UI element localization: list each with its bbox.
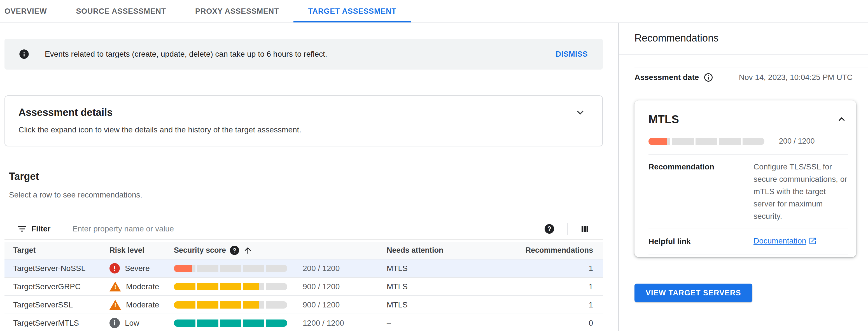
banner-message: Events related to targets (create, updat…	[45, 50, 327, 59]
needs-attention-value: MTLS	[387, 282, 512, 291]
column-header-needs-attention[interactable]: Needs attention	[387, 246, 512, 255]
documentation-link-text: Documentation	[753, 236, 806, 247]
security-score-bar	[174, 265, 287, 272]
column-header-target[interactable]: Target	[13, 246, 110, 255]
table-row[interactable]: TargetServerMTLS i Low 1200 / 1200 – 0	[4, 313, 603, 331]
mtls-score-value: 200 / 1200	[779, 137, 815, 145]
info-banner: Events related to targets (create, updat…	[4, 39, 603, 70]
risk-label: Moderate	[126, 300, 159, 309]
assessment-tabbar: OVERVIEW SOURCE ASSESSMENT PROXY ASSESSM…	[0, 0, 868, 23]
assessment-date-label: Assessment date	[634, 72, 713, 82]
target-section-subtitle: Select a row to see recommendations.	[9, 191, 603, 199]
tab-target-assessment[interactable]: TARGET ASSESSMENT	[293, 0, 411, 23]
expand-details-button[interactable]	[574, 106, 587, 119]
security-score-bar	[174, 320, 287, 327]
filter-divider	[4, 239, 603, 240]
table-row[interactable]: TargetServer-NoSSL ! Severe 200 / 1200 M…	[4, 259, 603, 277]
view-target-servers-button[interactable]: VIEW TARGET SERVERS	[634, 284, 752, 302]
target-name: TargetServer-NoSSL	[13, 264, 110, 273]
risk-label: Moderate	[126, 282, 159, 291]
mtls-recommendation-card: MTLS 200 / 1200 Recommendation Configure…	[634, 101, 856, 257]
recommendation-row: Recommendation Configure TLS/SSL for sec…	[649, 154, 848, 229]
assessment-details-card: Assessment details Click the expand icon…	[4, 95, 603, 146]
target-assessment-main: Events related to targets (create, updat…	[0, 23, 618, 331]
assessment-date-text: Assessment date	[634, 73, 699, 82]
target-name: TargetServerSSL	[13, 300, 110, 309]
column-settings-button[interactable]	[580, 224, 590, 234]
security-score-value: 900 / 1200	[303, 300, 340, 309]
risk-icon: !	[110, 282, 121, 292]
column-header-security-score[interactable]: Security score ?	[174, 246, 387, 255]
table-row[interactable]: TargetServerGRPC ! Moderate 900 / 1200 M…	[4, 277, 603, 295]
risk-icon: !	[110, 263, 120, 274]
mtls-card-title: MTLS	[649, 112, 679, 126]
helpful-link-label: Helpful link	[649, 236, 753, 248]
needs-attention-value: –	[387, 319, 512, 328]
info-outline-icon[interactable]	[703, 72, 713, 82]
filter-separator	[567, 223, 567, 235]
recommendations-title: Recommendations	[634, 32, 852, 44]
recommendations-count: 0	[512, 319, 593, 328]
security-score-bar	[174, 301, 287, 308]
risk-label: Low	[125, 319, 139, 328]
security-score-value: 200 / 1200	[303, 264, 340, 273]
security-score-value: 900 / 1200	[303, 282, 340, 291]
recommendation-text: Configure TLS/SSL for secure communicati…	[753, 161, 848, 222]
tab-proxy-assessment[interactable]: PROXY ASSESSMENT	[181, 0, 293, 23]
recommendations-title-divider	[619, 54, 868, 55]
recommendations-count: 1	[512, 282, 593, 291]
risk-icon: i	[110, 318, 120, 328]
dismiss-button[interactable]: DISMISS	[556, 50, 588, 59]
assessment-date-row: Assessment date Nov 14, 2023, 10:04:25 P…	[634, 67, 868, 87]
assessment-date-value: Nov 14, 2023, 10:04:25 PM UTC	[739, 73, 852, 82]
column-header-recommendations[interactable]: Recommendations	[512, 246, 593, 255]
tab-source-assessment[interactable]: SOURCE ASSESSMENT	[61, 0, 181, 23]
table-header-row: Target Risk level Security score ? Needs…	[4, 242, 603, 259]
table-filter-bar: Filter ?	[4, 219, 603, 239]
filter-label: Filter	[31, 224, 51, 233]
recommendations-panel: Recommendations Assessment date Nov 14, …	[619, 23, 868, 331]
chevron-up-icon	[836, 113, 848, 126]
helpful-link-row: Helpful link Documentation	[649, 229, 848, 254]
info-icon	[19, 49, 30, 60]
needs-attention-value: MTLS	[387, 300, 512, 309]
filter-input[interactable]	[72, 224, 545, 233]
external-link-icon	[808, 237, 817, 245]
tab-overview[interactable]: OVERVIEW	[4, 0, 61, 23]
filter-help-icon[interactable]: ?	[545, 224, 554, 234]
needs-attention-value: MTLS	[387, 264, 512, 273]
target-table: Target Risk level Security score ? Needs…	[4, 242, 603, 331]
table-row[interactable]: TargetServerSSL ! Moderate 900 / 1200 MT…	[4, 295, 603, 313]
collapse-card-button[interactable]	[836, 113, 848, 126]
sort-ascending-icon[interactable]	[243, 246, 253, 255]
security-score-bar	[174, 283, 287, 290]
security-score-help-icon[interactable]: ?	[230, 246, 239, 255]
recommendations-count: 1	[512, 300, 593, 309]
target-name: TargetServerGRPC	[13, 282, 110, 291]
target-section-title: Target	[9, 170, 603, 183]
filter-icon	[17, 224, 27, 234]
chevron-down-icon	[574, 106, 587, 119]
assessment-details-title: Assessment details	[19, 106, 113, 119]
risk-icon: !	[110, 300, 121, 310]
security-score-value: 1200 / 1200	[303, 319, 344, 328]
recommendations-count: 1	[512, 264, 593, 273]
assessment-details-description: Click the expand icon to view the detail…	[19, 125, 587, 135]
risk-label: Severe	[125, 264, 150, 273]
documentation-link[interactable]: Documentation	[753, 236, 817, 247]
target-name: TargetServerMTLS	[13, 319, 110, 328]
recommendation-label: Recommendation	[649, 161, 753, 222]
mtls-score-bar	[649, 138, 765, 145]
column-header-risk-level[interactable]: Risk level	[110, 246, 174, 255]
columns-icon	[580, 224, 590, 234]
security-score-label: Security score	[174, 246, 226, 255]
